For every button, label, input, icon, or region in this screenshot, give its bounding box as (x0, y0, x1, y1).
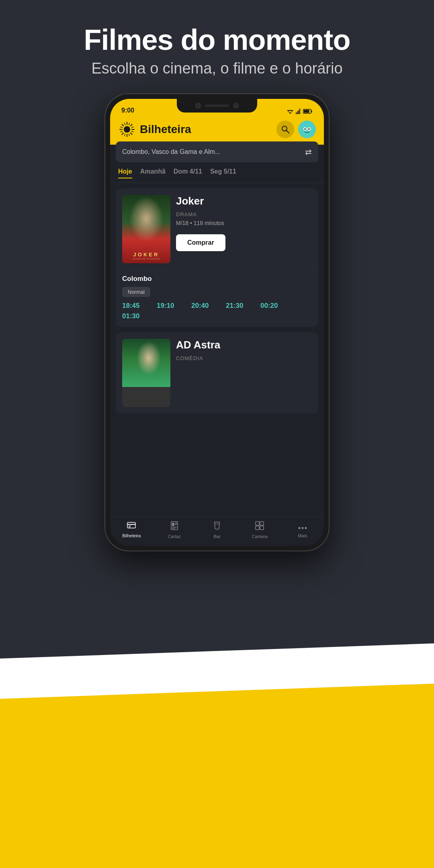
app-logo-icon (118, 121, 136, 138)
nav-cartaz[interactable]: Cartaz (153, 521, 195, 539)
svg-point-27 (282, 126, 287, 131)
movie-section-adastra: AD Astra COMÉDIA (116, 332, 318, 414)
speaker (205, 104, 229, 107)
phone-screen: 9:00 (110, 99, 324, 546)
svg-point-29 (302, 124, 312, 135)
svg-line-25 (129, 134, 130, 136)
nav-label-carteira: Carteira (252, 534, 268, 539)
carteira-icon (255, 521, 264, 532)
svg-line-20 (121, 131, 123, 132)
joker-info: Joker DRAMA M/18 • 118 minutos Comprar (176, 195, 312, 251)
sensor (233, 103, 239, 108)
bottom-nav: Bilheteira Cartaz (110, 517, 324, 546)
wifi-icon (287, 109, 293, 114)
signal-icon (296, 108, 301, 114)
svg-rect-34 (127, 522, 135, 528)
joker-poster: JOKER JOAQUIN PHOENIX (122, 195, 170, 263)
page-subtitle: Escolha o cinema, o filme e o horário (84, 60, 350, 77)
svg-rect-47 (256, 526, 259, 530)
adastra-genre: COMÉDIA (176, 355, 312, 361)
svg-rect-8 (311, 111, 312, 113)
svg-rect-9 (304, 110, 309, 113)
search-location-text: Colombo, Vasco da Gama e Alm... (122, 148, 220, 156)
tab-amanha[interactable]: Amanhã (140, 168, 166, 178)
showtime-1[interactable]: 18:45 (122, 302, 154, 310)
svg-line-26 (125, 123, 125, 125)
phone-frame: 9:00 (104, 93, 330, 551)
front-camera (195, 103, 201, 108)
adastra-face-art (122, 339, 170, 387)
nav-label-bilheteira: Bilheteira (122, 533, 141, 538)
svg-line-19 (132, 127, 134, 128)
svg-line-22 (121, 127, 123, 128)
svg-point-33 (308, 128, 310, 130)
svg-rect-3 (296, 113, 297, 114)
page-title: Filmes do momento (84, 24, 350, 56)
adastra-poster-container (122, 339, 170, 407)
showtime-3[interactable]: 20:40 (191, 302, 223, 310)
status-icons (287, 108, 313, 114)
showtime-2[interactable]: 19:10 (157, 302, 189, 310)
bg-bottom (0, 675, 434, 868)
showtime-4[interactable]: 21:30 (226, 302, 258, 310)
cinema-name-colombo: Colombo (122, 275, 312, 283)
joker-poster-art: JOKER JOAQUIN PHOENIX (122, 195, 170, 263)
svg-line-24 (125, 134, 125, 136)
svg-line-28 (287, 131, 289, 133)
svg-line-17 (131, 133, 132, 135)
phone-notch (177, 99, 257, 113)
svg-rect-37 (129, 527, 130, 528)
tab-dom[interactable]: Dom 4/11 (174, 168, 202, 178)
nav-carteira[interactable]: Carteira (238, 521, 281, 539)
svg-rect-39 (172, 523, 174, 526)
svg-point-10 (124, 126, 130, 133)
svg-point-49 (298, 527, 300, 529)
joker-title-art: JOKER (133, 252, 160, 258)
svg-point-32 (304, 128, 306, 130)
search-button[interactable] (276, 121, 294, 138)
battery-icon (303, 109, 313, 114)
showtime-6[interactable]: 01:30 (122, 312, 154, 320)
search-bar[interactable]: Colombo, Vasco da Gama e Alm... ⇄ (116, 141, 318, 162)
nav-mais[interactable]: Mais (281, 521, 324, 539)
bar-icon (213, 521, 221, 532)
cartaz-icon (171, 521, 178, 532)
app-title: Bilheteira (140, 123, 191, 136)
app-header: Bilheteira (110, 117, 324, 145)
nav-bilheteira[interactable]: Bilheteira (110, 521, 153, 539)
joker-title: Joker (176, 195, 312, 207)
movie-section-joker: JOKER JOAQUIN PHOENIX Joker DRAMA M/18 •… (116, 188, 318, 327)
svg-line-23 (129, 123, 130, 125)
nav-label-mais: Mais (298, 533, 307, 538)
swap-icon[interactable]: ⇄ (305, 147, 312, 157)
screen-content[interactable]: Hoje Amanhã Dom 4/11 Seg 5/11 JOKER JOAQ… (110, 162, 324, 546)
svg-rect-36 (129, 526, 131, 526)
cinema-showtimes-joker: Colombo Normal 18:45 19:10 20:40 21:30 0… (116, 270, 318, 327)
svg-rect-41 (175, 524, 177, 525)
joker-genre: DRAMA (176, 211, 312, 217)
svg-line-16 (122, 133, 123, 135)
avatar-icon (301, 124, 313, 135)
nav-bar[interactable]: Bar (196, 521, 238, 539)
status-time: 9:00 (121, 107, 134, 114)
svg-rect-43 (172, 528, 175, 529)
svg-rect-46 (260, 522, 264, 525)
session-type-normal[interactable]: Normal (122, 287, 150, 297)
app-logo-area: Bilheteira (118, 121, 191, 138)
showtime-5[interactable]: 00:20 (260, 302, 293, 310)
buy-button-joker[interactable]: Comprar (176, 234, 225, 251)
adastra-info: AD Astra COMÉDIA (176, 339, 312, 364)
movie-card-joker: JOKER JOAQUIN PHOENIX Joker DRAMA M/18 •… (116, 188, 318, 270)
search-icon (281, 125, 289, 133)
bilheteira-icon (127, 521, 136, 532)
date-tabs: Hoje Amanhã Dom 4/11 Seg 5/11 (110, 162, 324, 183)
svg-rect-42 (172, 527, 177, 528)
tab-hoje[interactable]: Hoje (118, 168, 132, 178)
avatar-button[interactable] (298, 121, 316, 138)
svg-rect-40 (175, 523, 177, 524)
movie-card-adastra: AD Astra COMÉDIA (116, 332, 318, 414)
tab-seg[interactable]: Seg 5/11 (210, 168, 236, 178)
showtimes-grid: 18:45 19:10 20:40 21:30 00:20 01:30 (122, 302, 312, 320)
joker-meta: M/18 • 118 minutos (176, 220, 312, 226)
nav-label-bar: Bar (213, 534, 220, 539)
